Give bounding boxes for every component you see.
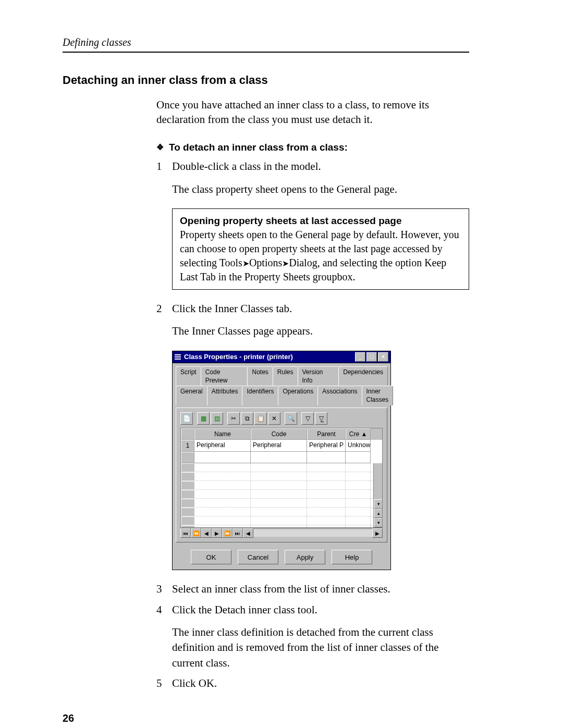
dialog-titlebar: Class Properties - printer (printer) _ □… [172,351,391,363]
grid-empty-area: ▾ ▴ ▾ [181,463,382,527]
intro-paragraph: Once you have attached an inner class to… [156,97,469,127]
step-text: Click the Detach inner class tool. [172,602,469,618]
properties-icon[interactable]: 📄 [180,412,193,425]
next-record-icon[interactable]: ▶ [212,528,222,538]
step-follow: The Inner Classes page appears. [172,324,469,339]
tab-attributes[interactable]: Attributes [207,386,243,405]
next-page-icon[interactable]: ⏩ [222,528,232,538]
scroll-down-small-icon[interactable]: ▾ [374,499,382,509]
menu-arrow-icon: ➤ [282,259,289,268]
step-number: 1 [156,159,172,174]
copy-icon[interactable]: ⧉ [241,412,253,425]
step-text: Double-click a class in the model. [172,159,469,174]
procedure-heading: ❖ To detach an inner class from a class: [156,141,469,154]
cell-cre[interactable]: Unknow [346,452,371,463]
inner-classes-grid[interactable]: Name Code Parent Cre ▲ 1 Peripheral Peri… [180,428,383,528]
step-number: 2 [156,301,172,316]
column-header-name[interactable]: Name [194,428,251,440]
ok-button[interactable]: OK [191,550,231,564]
prev-record-icon[interactable]: ◀ [201,528,212,538]
menu-arrow-icon: ➤ [242,259,249,268]
step-text: Click OK. [172,676,469,691]
insert-row-icon[interactable]: ▤ [211,412,223,425]
step-follow: The inner class definition is detached f… [172,625,469,671]
cell-name[interactable]: Peripheral [194,440,251,451]
grid-corner [181,428,194,440]
row-index: 2 [181,452,194,463]
tab-associations[interactable]: Associations [317,386,362,405]
tab-strip: Script Code Preview Notes Rules Version … [176,366,387,406]
step-number: 3 [156,582,172,597]
diamond-bullet-icon: ❖ [156,142,164,153]
column-header-cre[interactable]: Cre ▲ [346,428,371,440]
cell-code[interactable]: peripheral_tester [251,452,307,463]
paste-icon[interactable]: 📋 [254,412,267,425]
section-title: Detaching an inner class from a class [63,73,469,87]
tab-general[interactable]: General [176,386,207,405]
class-properties-dialog: Class Properties - printer (printer) _ □… [172,351,391,571]
close-button[interactable]: × [378,352,388,362]
hscroll-left-icon[interactable]: ◀ [243,528,253,538]
cell-cre[interactable]: Unknow [346,440,371,451]
dialog-title: Class Properties - printer (printer) [184,352,355,362]
vertical-scrollbar[interactable]: ▾ ▴ ▾ [373,463,382,527]
minimize-button[interactable]: _ [355,352,365,362]
detach-inner-class-icon[interactable]: ▽̲ [315,412,327,425]
tab-notes[interactable]: Notes [247,366,273,386]
prev-page-icon[interactable]: ⏪ [191,528,201,538]
help-button[interactable]: Help [332,550,372,564]
table-row[interactable]: 2 peripheral tester peripheral_tester Pe… [181,452,382,463]
cell-name[interactable]: peripheral tester [194,452,251,463]
step-number: 4 [156,602,172,618]
cell-code[interactable]: Peripheral [251,440,307,451]
find-icon[interactable]: 🔍 [285,412,297,425]
tab-script[interactable]: Script [176,366,201,386]
tab-version-info[interactable]: Version Info [298,366,339,386]
column-header-code[interactable]: Code [251,428,307,440]
tab-operations[interactable]: Operations [278,386,318,405]
tab-identifiers[interactable]: Identifiers [242,386,278,405]
horizontal-scrollbar[interactable] [253,529,372,537]
first-record-icon[interactable]: ⏮ [180,528,191,538]
last-record-icon[interactable]: ⏭ [232,528,243,538]
note-title: Opening property sheets at last accessed… [180,214,461,228]
note-box: Opening property sheets at last accessed… [172,208,469,290]
window-menu-icon[interactable] [175,354,181,360]
tab-rules[interactable]: Rules [273,366,298,386]
tab-dependencies[interactable]: Dependencies [338,366,388,386]
apply-button[interactable]: Apply [285,550,325,564]
maximize-button[interactable]: □ [366,352,377,362]
cell-parent[interactable]: Peripheral P [307,452,346,463]
cell-parent[interactable]: Peripheral P [307,440,346,451]
inner-classes-toolbar: 📄 ▦ ▤ ✂ ⧉ 📋 ✕ 🔍 ▽ ▽̲ [180,412,383,425]
step-number: 5 [156,676,172,691]
step-follow: The class property sheet opens to the Ge… [172,182,469,197]
column-header-parent[interactable]: Parent [307,428,346,440]
page-number: 26 [63,712,469,724]
procedure-title-text: To detach an inner class from a class: [169,141,348,154]
note-body-mid1: Options [249,257,282,268]
grid-nav-bar: ⏮ ⏪ ◀ ▶ ⏩ ⏭ ◀ ▶ [180,528,383,538]
hscroll-right-icon[interactable]: ▶ [372,528,383,538]
delete-icon[interactable]: ✕ [268,412,280,425]
cut-icon[interactable]: ✂ [227,412,240,425]
tab-code-preview[interactable]: Code Preview [201,366,248,386]
table-row[interactable]: 1 Peripheral Peripheral Peripheral P Unk… [181,440,382,451]
tab-inner-classes[interactable]: Inner Classes [362,386,394,405]
row-index: 1 [181,440,194,451]
running-head: Defining classes [63,36,469,53]
step-text: Select an inner class from the list of i… [172,582,469,597]
inner-classes-panel: 📄 ▦ ▤ ✂ ⧉ 📋 ✕ 🔍 ▽ ▽̲ [176,408,387,542]
attach-inner-class-icon[interactable]: ▽ [301,412,314,425]
step-text: Click the Inner Classes tab. [172,301,469,316]
scroll-up-page-icon[interactable]: ▴ [374,509,382,518]
cancel-button[interactable]: Cancel [238,550,278,564]
add-row-icon[interactable]: ▦ [197,412,210,425]
scroll-down-page-icon[interactable]: ▾ [374,518,382,527]
